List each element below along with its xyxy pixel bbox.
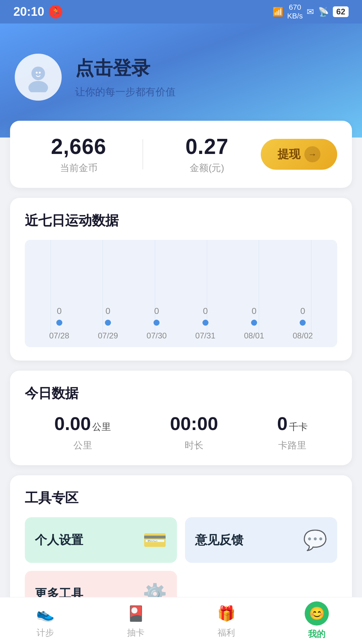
tool-label-feedback: 意见反馈 — [195, 532, 243, 548]
tool-item-feedback[interactable]: 意见反馈 💬 — [185, 517, 337, 563]
svg-point-2 — [36, 72, 38, 74]
avatar[interactable] — [15, 54, 62, 101]
nav-icon-steps: 👟 — [35, 603, 56, 624]
tools-title: 工具专区 — [25, 489, 337, 507]
today-stats: 0.00公里 公里 00:00 时长 0千卡 卡路里 — [25, 413, 337, 452]
chart-dot-2 — [154, 320, 160, 326]
calories-label: 卡路里 — [278, 439, 306, 452]
chart-date-0: 07/28 — [35, 331, 83, 340]
message-icon: ✉ — [307, 7, 314, 17]
chart-col-4: 0 — [230, 306, 278, 327]
chart-val-0: 0 — [57, 306, 61, 316]
chart-dot-0 — [56, 320, 62, 326]
today-title: 今日数据 — [25, 384, 337, 402]
chart-date-5: 08/02 — [279, 331, 327, 340]
nav-label-cards: 抽卡 — [127, 627, 144, 639]
tool-label-settings: 个人设置 — [35, 532, 83, 548]
bottom-nav: 👟 计步 🎴 抽卡 🎁 福利 😊 我的 — [0, 597, 362, 644]
chart-title: 近七日运动数据 — [25, 211, 337, 230]
tool-icon-feedback: 💬 — [303, 529, 327, 551]
avatar-icon — [23, 62, 53, 92]
duration-stat: 00:00 时长 — [170, 413, 218, 452]
today-data-card: 今日数据 0.00公里 公里 00:00 时长 0千卡 卡路里 — [10, 371, 352, 465]
coins-value: 2,666 — [51, 134, 106, 159]
chart-val-4: 0 — [252, 306, 256, 316]
coins-label: 当前金币 — [60, 162, 98, 174]
nav-item-steps[interactable]: 👟 计步 — [0, 603, 90, 639]
amount-section: 0.27 金额(元) — [153, 134, 261, 174]
chart-val-5: 0 — [300, 306, 305, 316]
nav-item-cards[interactable]: 🎴 抽卡 — [90, 603, 181, 639]
signal-icon: 📶 — [273, 7, 283, 17]
wifi-icon: 📡 — [318, 7, 329, 17]
chart-val-3: 0 — [203, 306, 207, 316]
speed-label: 670KB/s — [287, 3, 303, 21]
status-time: 20:10 — [13, 5, 44, 19]
distance-value: 0.00公里 — [54, 413, 111, 434]
svg-point-3 — [39, 72, 41, 74]
profile-title[interactable]: 点击登录 — [75, 56, 176, 81]
chart-dot-5 — [300, 320, 306, 326]
header-background: 点击登录 让你的每一步都有价值 — [0, 23, 362, 138]
nav-icon-mine: 😊 — [305, 601, 329, 626]
chart-date-4: 08/01 — [230, 331, 278, 340]
withdraw-label: 提现 — [278, 147, 300, 162]
status-icons: 📶 670KB/s ✉ 📡 62 — [273, 3, 349, 21]
chart-col-3: 0 — [181, 306, 230, 327]
duration-label: 时长 — [185, 439, 203, 452]
withdraw-button[interactable]: 提现 → — [261, 139, 337, 170]
nav-label-welfare: 福利 — [218, 627, 235, 639]
tool-icon-settings: 💳 — [143, 529, 167, 551]
nav-icon-welfare: 🎁 — [216, 603, 237, 624]
svg-point-0 — [32, 67, 45, 80]
chart-labels: 07/2807/2907/3007/3108/0108/02 — [32, 331, 330, 340]
nav-label-mine: 我的 — [308, 628, 325, 640]
amount-label: 金额(元) — [190, 162, 224, 174]
chart-dot-3 — [202, 320, 208, 326]
chart-date-1: 07/29 — [83, 331, 132, 340]
nav-label-steps: 计步 — [37, 627, 54, 639]
chart-date-3: 07/31 — [181, 331, 230, 340]
arrow-icon: → — [304, 146, 320, 162]
status-bar: 20:10 🏃 📶 670KB/s ✉ 📡 62 — [0, 0, 362, 23]
calories-value: 0千卡 — [277, 413, 308, 434]
chart-col-0: 0 — [35, 306, 83, 327]
duration-value: 00:00 — [170, 413, 218, 434]
chart-dot-4 — [251, 320, 257, 326]
battery-badge: 62 — [333, 6, 349, 17]
profile-subtitle: 让你的每一步都有价值 — [75, 85, 176, 99]
chart-col-1: 0 — [83, 306, 132, 327]
amount-value: 0.27 — [185, 134, 229, 159]
svg-point-1 — [28, 81, 48, 92]
calories-stat: 0千卡 卡路里 — [277, 413, 308, 452]
chart-columns: 000000 — [32, 260, 330, 327]
vertical-divider — [142, 139, 143, 169]
chart-date-2: 07/30 — [132, 331, 181, 340]
nav-icon-cards: 🎴 — [125, 603, 146, 624]
distance-stat: 0.00公里 公里 — [54, 413, 111, 452]
coins-section: 2,666 当前金币 — [25, 134, 132, 174]
chart-col-2: 0 — [132, 306, 181, 327]
tool-item-settings[interactable]: 个人设置 💳 — [25, 517, 177, 563]
nav-item-welfare[interactable]: 🎁 福利 — [181, 603, 272, 639]
profile-info: 点击登录 让你的每一步都有价值 — [75, 56, 176, 99]
chart-val-2: 0 — [154, 306, 159, 316]
distance-label: 公里 — [73, 439, 92, 452]
runner-icon: 🏃 — [49, 5, 62, 18]
chart-area: 000000 07/2807/2907/3007/3108/0108/02 — [25, 240, 337, 347]
chart-col-5: 0 — [279, 306, 327, 327]
coins-card: 2,666 当前金币 0.27 金额(元) 提现 → — [10, 121, 352, 188]
chart-dot-1 — [105, 320, 111, 326]
nav-item-mine[interactable]: 😊 我的 — [272, 601, 362, 640]
chart-val-1: 0 — [106, 306, 110, 316]
chart-card: 近七日运动数据 000000 07/2807/2907/3007/3108/01… — [10, 198, 352, 361]
